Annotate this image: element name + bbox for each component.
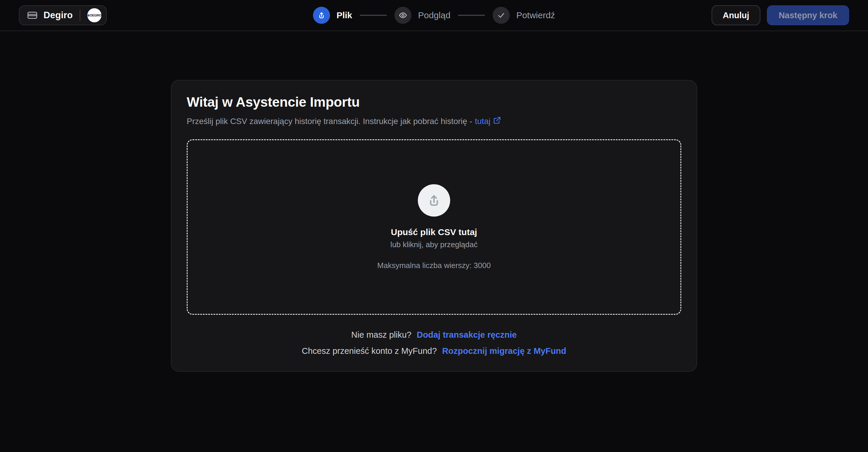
- footer-line-manual: Nie masz pliku? Dodaj transakcje ręcznie: [187, 330, 681, 340]
- step-potwierdz[interactable]: Potwierdź: [493, 7, 555, 24]
- topbar-actions: Anuluj Następny krok: [712, 5, 849, 25]
- subtitle-text: Prześlij plik CSV zawierający historię t…: [187, 117, 472, 126]
- myfund-migration-link[interactable]: Rozpocznij migrację z MyFund: [442, 346, 566, 356]
- footer-text: Chcesz przenieść konto z MyFund?: [302, 346, 437, 356]
- portfolio-name: Degiro: [43, 10, 73, 21]
- footer-line-myfund: Chcesz przenieść konto z MyFund? Rozpocz…: [187, 346, 681, 356]
- step-podglad[interactable]: Podgląd: [395, 7, 451, 24]
- portfolio-selector[interactable]: Degiro DEGIRO: [19, 5, 107, 25]
- stepper: Plik Podgląd Potwierdź: [313, 7, 555, 24]
- main-area: Witaj w Asystencie Importu Prześlij plik…: [0, 31, 868, 372]
- degiro-logo-text: DEGIRO: [90, 14, 101, 17]
- csv-dropzone[interactable]: Upuść plik CSV tutaj lub kliknij, aby pr…: [187, 139, 681, 315]
- step-label: Plik: [336, 10, 352, 20]
- step-label: Potwierdź: [516, 10, 555, 20]
- instructions-link[interactable]: tutaj: [475, 117, 491, 126]
- footer-links: Nie masz pliku? Dodaj transakcje ręcznie…: [187, 330, 681, 356]
- dropzone-limit-text: Maksymalna liczba wierszy: 3000: [377, 261, 491, 270]
- add-transactions-link[interactable]: Dodaj transakcje ręcznie: [417, 330, 517, 340]
- page-title: Witaj w Asystencie Importu: [187, 94, 681, 110]
- upload-icon: [313, 7, 330, 24]
- dropzone-main-text: Upuść plik CSV tutaj: [391, 227, 477, 237]
- topbar: Degiro DEGIRO Plik: [0, 0, 868, 31]
- external-link-icon: [493, 117, 501, 126]
- upload-icon: [418, 184, 450, 217]
- check-icon: [493, 7, 510, 24]
- eye-icon: [395, 7, 412, 24]
- step-label: Podgląd: [418, 10, 451, 20]
- degiro-logo-mark: [88, 14, 90, 17]
- step-connector: [458, 15, 485, 16]
- step-connector: [360, 15, 387, 16]
- card-subtitle: Prześlij plik CSV zawierający historię t…: [187, 117, 681, 126]
- step-plik[interactable]: Plik: [313, 7, 352, 24]
- badge-divider: [80, 10, 80, 21]
- import-assistant-card: Witaj w Asystencie Importu Prześlij plik…: [171, 80, 697, 372]
- footer-text: Nie masz pliku?: [351, 330, 412, 340]
- credit-card-icon: [27, 10, 38, 21]
- cancel-button[interactable]: Anuluj: [712, 5, 761, 25]
- next-step-button[interactable]: Następny krok: [767, 5, 849, 25]
- dropzone-sub-text: lub kliknij, aby przeglądać: [391, 240, 477, 249]
- degiro-avatar: DEGIRO: [87, 8, 101, 22]
